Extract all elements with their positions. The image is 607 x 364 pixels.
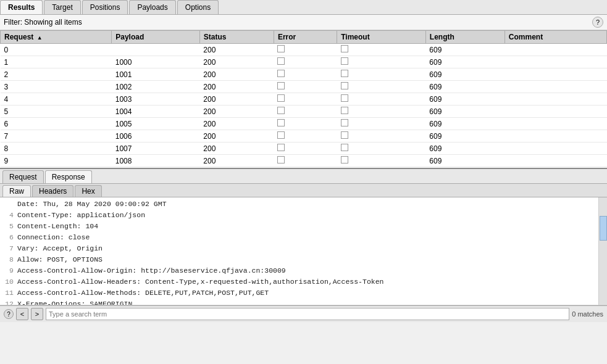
cell-request: 4: [1, 93, 112, 105]
cell-request: 6: [1, 118, 112, 130]
prev-button[interactable]: <: [16, 308, 28, 320]
line-text: Access-Control-Allow-Methods: DELETE,PUT…: [17, 287, 269, 299]
col-error[interactable]: Error: [274, 31, 337, 44]
results-table: Request ▲ Payload Status Error Timeout L…: [0, 30, 607, 169]
timeout-checkbox[interactable]: [341, 82, 348, 89]
table-row[interactable]: 7 1006 200 609: [1, 130, 607, 143]
scrollbar-thumb[interactable]: [600, 216, 607, 241]
results-table-container[interactable]: Request ▲ Payload Status Error Timeout L…: [0, 30, 607, 169]
timeout-checkbox[interactable]: [341, 156, 348, 163]
tab-positions[interactable]: Positions: [82, 0, 128, 14]
table-row[interactable]: 0 200 609: [1, 44, 607, 56]
timeout-checkbox[interactable]: [341, 144, 348, 151]
content-line: 11Access-Control-Allow-Methods: DELETE,P…: [2, 287, 605, 299]
col-timeout[interactable]: Timeout: [337, 31, 426, 44]
timeout-checkbox[interactable]: [341, 94, 348, 102]
cell-length: 609: [425, 118, 504, 130]
top-tabs-bar: Results Target Positions Payloads Option…: [0, 0, 607, 15]
tab-raw[interactable]: Raw: [2, 185, 31, 197]
tab-results[interactable]: Results: [0, 0, 43, 14]
line-text: Content-Length: 104: [17, 221, 98, 232]
tab-request[interactable]: Request: [2, 170, 44, 183]
cell-comment: [504, 81, 606, 93]
error-checkbox[interactable]: [277, 107, 285, 114]
next-button[interactable]: >: [31, 308, 43, 320]
cell-payload: 1006: [112, 130, 200, 143]
error-checkbox[interactable]: [277, 144, 285, 151]
scrollbar-track[interactable]: [598, 197, 607, 305]
tab-hex[interactable]: Hex: [75, 185, 101, 197]
timeout-checkbox[interactable]: [341, 131, 348, 139]
timeout-checkbox[interactable]: [341, 45, 348, 52]
raw-tabs-bar: Raw Headers Hex: [0, 184, 607, 197]
cell-comment: [504, 68, 606, 81]
col-request[interactable]: Request ▲: [1, 31, 112, 44]
cell-comment: [504, 118, 606, 130]
error-checkbox[interactable]: [277, 119, 285, 126]
tab-payloads[interactable]: Payloads: [129, 0, 175, 14]
req-resp-tabs-bar: Request Response: [0, 169, 607, 184]
filter-bar: Filter: Showing all items ?: [0, 15, 607, 30]
cell-timeout: [337, 130, 426, 143]
timeout-checkbox[interactable]: [341, 119, 348, 126]
col-payload[interactable]: Payload: [112, 31, 200, 44]
line-text: Vary: Accept, Origin: [17, 243, 103, 254]
line-number: 12: [2, 299, 14, 305]
cell-status: 200: [199, 118, 274, 130]
tab-target[interactable]: Target: [44, 0, 80, 14]
line-number: 5: [2, 221, 14, 232]
cell-timeout: [337, 44, 426, 56]
timeout-checkbox[interactable]: [341, 107, 348, 114]
error-checkbox[interactable]: [277, 156, 285, 163]
line-text: X-Frame-Options: SAMEORIGIN: [17, 299, 132, 305]
content-line: 12X-Frame-Options: SAMEORIGIN: [2, 299, 605, 305]
table-row[interactable]: 6 1005 200 609: [1, 118, 607, 130]
cell-comment: [504, 56, 606, 68]
cell-payload: 1004: [112, 105, 200, 118]
table-row[interactable]: 8 1007 200 609: [1, 143, 607, 155]
content-line: 5Content-Length: 104: [2, 221, 605, 232]
error-checkbox[interactable]: [277, 70, 285, 77]
col-status[interactable]: Status: [199, 31, 274, 44]
table-row[interactable]: 4 1003 200 609: [1, 93, 607, 105]
col-length[interactable]: Length: [425, 31, 504, 44]
tab-response[interactable]: Response: [45, 170, 92, 183]
table-row[interactable]: 3 1002 200 609: [1, 81, 607, 93]
timeout-checkbox[interactable]: [341, 57, 348, 65]
cell-status: 200: [199, 155, 274, 167]
cell-payload: 1002: [112, 81, 200, 93]
search-input[interactable]: [46, 308, 569, 320]
table-row[interactable]: 9 1008 200 609: [1, 155, 607, 167]
error-checkbox[interactable]: [277, 94, 285, 102]
line-text: Access-Control-Allow-Headers: Content-Ty…: [17, 276, 384, 287]
table-row[interactable]: 5 1004 200 609: [1, 105, 607, 118]
content-area[interactable]: Date: Thu, 28 May 2020 09:00:92 GMT4Cont…: [0, 197, 607, 305]
error-checkbox[interactable]: [277, 82, 285, 89]
cell-status: 200: [199, 130, 274, 143]
tab-options[interactable]: Options: [177, 0, 219, 14]
cell-request: 5: [1, 105, 112, 118]
cell-error: [274, 56, 337, 68]
cell-comment: [504, 130, 606, 143]
tab-headers[interactable]: Headers: [32, 185, 73, 197]
cell-length: 609: [425, 105, 504, 118]
cell-error: [274, 118, 337, 130]
cell-status: 200: [199, 81, 274, 93]
help-button[interactable]: ?: [592, 17, 603, 28]
cell-request: 8: [1, 143, 112, 155]
cell-length: 609: [425, 130, 504, 143]
search-help-button[interactable]: ?: [4, 309, 14, 319]
error-checkbox[interactable]: [277, 57, 285, 65]
cell-length: 609: [425, 143, 504, 155]
timeout-checkbox[interactable]: [341, 70, 348, 77]
table-row[interactable]: 1 1000 200 609: [1, 56, 607, 68]
col-comment[interactable]: Comment: [504, 31, 606, 44]
error-checkbox[interactable]: [277, 131, 285, 139]
line-text: Content-Type: application/json: [17, 210, 145, 221]
table-row[interactable]: 2 1001 200 609: [1, 68, 607, 81]
cell-payload: 1005: [112, 118, 200, 130]
content-line: 6Connection: close: [2, 232, 605, 243]
error-checkbox[interactable]: [277, 45, 285, 52]
content-line: Date: Thu, 28 May 2020 09:00:92 GMT: [2, 199, 605, 210]
cell-payload: 1000: [112, 56, 200, 68]
